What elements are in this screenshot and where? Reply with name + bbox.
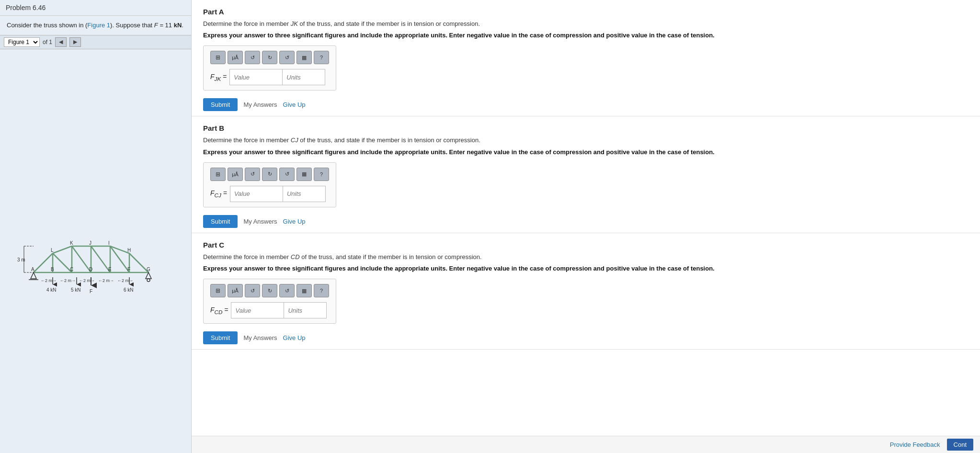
right-panel: Part A Determine the force in member JK … [192,0,980,453]
part-a-submit-row: Submit My Answers Give Up [203,98,969,111]
help-btn-b[interactable]: ? [314,168,329,181]
svg-text:←2 m→: ←2 m→ [41,278,57,283]
undo-btn-a[interactable]: ↺ [245,51,260,64]
statement-end: . [182,22,183,29]
undo-btn-c[interactable]: ↺ [245,284,260,297]
unit-kn: kN [174,22,182,29]
part-b-section: Part B Determine the force in member CJ … [192,116,980,233]
svg-text:L: L [51,248,54,253]
undo-icon-a: ↺ [251,55,255,61]
svg-text:←2 m→: ←2 m→ [60,278,76,283]
part-c-desc: Determine the force in member CD of the … [203,253,969,261]
part-c-give-up[interactable]: Give Up [283,334,306,341]
svg-text:K: K [70,240,73,246]
part-a-section: Part A Determine the force in member JK … [192,0,980,116]
svg-text:4 kN: 4 kN [46,287,57,293]
refresh-icon-a: ↺ [285,55,289,61]
svg-text:C: C [70,267,73,272]
statement-suffix: ). Suppose that [110,22,154,29]
grid-btn-a[interactable]: ⊞ [210,51,226,64]
help-btn-a[interactable]: ? [314,51,329,64]
help-icon-b: ? [320,171,323,177]
refresh-btn-a[interactable]: ↺ [279,51,295,64]
keyboard-btn-a[interactable]: ▦ [296,51,312,64]
keyboard-icon-c: ▦ [302,288,307,294]
redo-btn-a[interactable]: ↻ [262,51,277,64]
part-c-input-row: FCD = [210,302,329,318]
mu-btn-b[interactable]: μÅ [228,168,243,181]
redo-btn-b[interactable]: ↻ [262,168,277,181]
part-b-value-input[interactable] [230,186,283,202]
grid-btn-b[interactable]: ⊞ [210,168,226,181]
keyboard-btn-b[interactable]: ▦ [296,168,312,181]
refresh-icon-c: ↺ [285,288,289,294]
refresh-icon-b: ↺ [285,171,289,177]
grid-icon-c: ⊞ [216,287,220,294]
redo-icon-a: ↻ [268,55,272,61]
svg-text:G: G [147,267,150,272]
part-b-instruction: Express your answer to three significant… [203,148,969,157]
help-btn-c[interactable]: ? [314,284,329,297]
part-a-desc: Determine the force in member JK of the … [203,20,969,28]
part-b-give-up[interactable]: Give Up [283,218,306,225]
nav-next-button[interactable]: ▶ [69,37,81,47]
part-b-units-input[interactable] [283,186,326,202]
svg-text:6 kN: 6 kN [124,287,134,293]
redo-btn-c[interactable]: ↻ [262,284,277,297]
part-c-units-input[interactable] [284,302,327,318]
provide-feedback-link[interactable]: Provide Feedback [890,441,940,448]
of-label: of 1 [43,39,52,45]
part-a-value-input[interactable] [229,69,282,85]
grid-btn-c[interactable]: ⊞ [210,284,226,297]
svg-text:B: B [51,267,54,272]
statement-prefix: Consider the truss shown in ( [7,22,87,29]
part-c-title: Part C [203,241,969,249]
grid-icon-b: ⊞ [216,171,220,178]
svg-text:A: A [31,267,34,272]
bottom-bar: Provide Feedback Cont [192,436,980,453]
mu-icon-a: μÅ [232,55,239,60]
undo-btn-b[interactable]: ↺ [245,168,260,181]
svg-text:I: I [108,240,110,246]
part-c-input-box: ⊞ μÅ ↺ ↻ ↺ ▦ ? [203,279,336,324]
keyboard-icon-b: ▦ [302,171,307,177]
part-b-input-box: ⊞ μÅ ↺ ↻ ↺ ▦ ? [203,162,336,207]
help-icon-a: ? [320,55,323,60]
mu-btn-a[interactable]: μÅ [228,51,243,64]
svg-text:D: D [89,267,92,272]
part-b-submit-button[interactable]: Submit [203,215,238,228]
part-b-title: Part B [203,124,969,132]
redo-icon-b: ↻ [268,171,272,177]
part-a-input-row: FJK = [210,69,329,85]
refresh-btn-c[interactable]: ↺ [279,284,295,297]
svg-text:3 m: 3 m [17,257,25,262]
figure-link[interactable]: Figure 1 [87,22,110,29]
undo-icon-b: ↺ [251,171,255,177]
nav-prev-button[interactable]: ◀ [55,37,67,47]
figure-select[interactable]: Figure 1 [4,37,40,47]
problem-header: Problem 6.46 [0,0,191,16]
refresh-btn-b[interactable]: ↺ [279,168,295,181]
part-b-desc: Determine the force in member CJ of the … [203,136,969,145]
figure-controls: Figure 1 of 1 ◀ ▶ [0,35,191,49]
part-b-my-answers[interactable]: My Answers [243,218,277,225]
part-c-value-input[interactable] [231,302,284,318]
part-a-units-input[interactable] [282,69,325,85]
equals: = 11 [158,22,172,29]
part-c-submit-button[interactable]: Submit [203,331,238,344]
part-c-my-answers[interactable]: My Answers [243,334,277,341]
mu-btn-c[interactable]: μÅ [228,284,243,297]
part-a-title: Part A [203,8,969,16]
part-a-give-up[interactable]: Give Up [283,101,306,108]
help-icon-c: ? [320,288,323,294]
svg-text:←2 m→: ←2 m→ [117,278,133,283]
undo-icon-c: ↺ [251,288,255,294]
part-a-submit-button[interactable]: Submit [203,98,238,111]
svg-text:E: E [108,267,112,272]
part-a-my-answers[interactable]: My Answers [243,101,277,108]
part-a-input-box: ⊞ μÅ ↺ ↻ ↺ ▦ ? [203,45,336,91]
keyboard-btn-c[interactable]: ▦ [296,284,312,297]
cont-button[interactable]: Cont [947,439,973,451]
part-c-submit-row: Submit My Answers Give Up [203,331,969,344]
part-a-var-label: FJK = [210,73,227,82]
